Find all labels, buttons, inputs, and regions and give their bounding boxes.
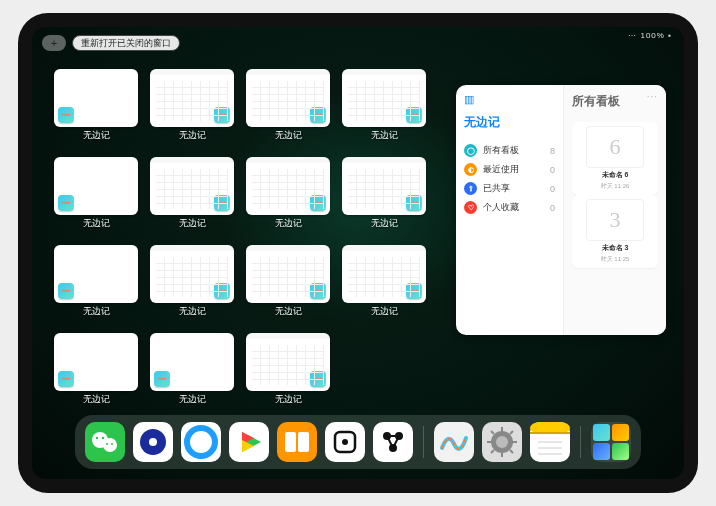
freeform-icon: 〰 <box>310 283 326 299</box>
app-switcher-card[interactable]: 〰无边记 <box>246 157 330 231</box>
sidebar-item[interactable]: ◐最近使用0 <box>464 160 555 179</box>
dock-settings[interactable] <box>482 422 522 462</box>
app-switcher-card[interactable]: 〰无边记 <box>150 245 234 319</box>
app-switcher-card[interactable]: 〰无边记 <box>54 69 138 143</box>
board-name: 未命名 3 <box>602 243 629 253</box>
top-controls: + 重新打开已关闭的窗口 <box>42 35 180 51</box>
screen: ⋯ 100% ▪ + 重新打开已关闭的窗口 〰无边记〰无边记〰无边记〰无边记〰无… <box>32 27 684 479</box>
blue-icon: ⇧ <box>464 182 477 195</box>
dock-books[interactable] <box>277 422 317 462</box>
app-card-label: 无边记 <box>371 217 398 230</box>
svg-point-29 <box>496 436 508 448</box>
dock-separator <box>423 426 424 458</box>
dock-separator-2 <box>580 426 581 458</box>
freeform-board-list: 所有看板 6未命名 6昨天 11:263未命名 3昨天 11:25 <box>564 85 666 335</box>
sidebar-item-label: 最近使用 <box>483 163 519 176</box>
board-card[interactable]: 6未命名 6昨天 11:26 <box>572 122 658 195</box>
status-bar-right: ⋯ 100% ▪ <box>628 31 672 40</box>
freeform-icon: 〰 <box>214 107 230 123</box>
app-thumbnail: 〰 <box>246 245 330 303</box>
app-switcher-card[interactable]: 〰无边记 <box>54 333 138 407</box>
board-thumbnail: 3 <box>586 199 644 241</box>
app-card-label: 无边记 <box>275 305 302 318</box>
svg-rect-22 <box>373 422 413 462</box>
board-list-title: 所有看板 <box>572 93 658 110</box>
app-switcher-card[interactable]: 〰无边记 <box>246 69 330 143</box>
svg-rect-18 <box>298 432 309 452</box>
dock-notes[interactable] <box>530 422 570 462</box>
app-thumbnail: 〰 <box>246 333 330 391</box>
app-switcher-card[interactable]: 〰无边记 <box>54 157 138 231</box>
svg-point-21 <box>342 439 348 445</box>
sidebar-item[interactable]: ◯所有看板8 <box>464 141 555 160</box>
freeform-icon: 〰 <box>58 195 74 211</box>
app-thumbnail: 〰 <box>150 245 234 303</box>
dock <box>75 415 641 469</box>
app-switcher-card[interactable]: 〰无边记 <box>246 245 330 319</box>
app-card-label: 无边记 <box>83 129 110 142</box>
dock-freeform[interactable] <box>434 422 474 462</box>
freeform-icon: 〰 <box>406 283 422 299</box>
new-window-button[interactable]: + <box>42 35 66 51</box>
freeform-panel[interactable]: ··· ▥ 无边记 ◯所有看板8◐最近使用0⇧已共享0♡个人收藏0 所有看板 6… <box>456 85 666 335</box>
sidebar-item[interactable]: ♡个人收藏0 <box>464 198 555 217</box>
app-switcher-card[interactable]: 〰无边记 <box>150 333 234 407</box>
sidebar-item-count: 8 <box>550 146 555 156</box>
board-date: 昨天 11:26 <box>601 182 630 191</box>
freeform-icon: 〰 <box>406 107 422 123</box>
freeform-icon: 〰 <box>58 283 74 299</box>
sidebar-item-count: 0 <box>550 203 555 213</box>
app-card-label: 无边记 <box>83 305 110 318</box>
app-card-label: 无边记 <box>275 393 302 406</box>
app-thumbnail: 〰 <box>150 69 234 127</box>
svg-rect-40 <box>530 432 570 434</box>
app-card-label: 无边记 <box>371 129 398 142</box>
app-card-label: 无边记 <box>179 393 206 406</box>
freeform-icon: 〰 <box>58 371 74 387</box>
red-icon: ♡ <box>464 201 477 214</box>
dock-connect[interactable] <box>373 422 413 462</box>
svg-point-9 <box>149 438 157 446</box>
more-icon[interactable]: ··· <box>647 91 658 102</box>
svg-point-5 <box>106 443 108 445</box>
app-thumbnail: 〰 <box>246 157 330 215</box>
freeform-icon: 〰 <box>214 195 230 211</box>
app-thumbnail: 〰 <box>342 245 426 303</box>
app-card-label: 无边记 <box>179 217 206 230</box>
app-switcher-card[interactable]: 〰无边记 <box>54 245 138 319</box>
app-switcher-card[interactable]: 〰无边记 <box>342 245 426 319</box>
dock-recent-apps[interactable] <box>591 422 631 462</box>
sidebar-toggle-icon[interactable]: ▥ <box>464 93 555 106</box>
sidebar-title: 无边记 <box>464 114 555 131</box>
teal-icon: ◯ <box>464 144 477 157</box>
svg-point-4 <box>102 437 104 439</box>
app-card-label: 无边记 <box>275 217 302 230</box>
sidebar-item-label: 个人收藏 <box>483 201 519 214</box>
app-card-label: 无边记 <box>83 217 110 230</box>
app-card-label: 无边记 <box>179 129 206 142</box>
ipad-frame: ⋯ 100% ▪ + 重新打开已关闭的窗口 〰无边记〰无边记〰无边记〰无边记〰无… <box>18 13 698 493</box>
app-switcher-card[interactable]: 〰无边记 <box>150 157 234 231</box>
reopen-closed-window-button[interactable]: 重新打开已关闭的窗口 <box>72 35 180 51</box>
app-switcher-card[interactable]: 〰无边记 <box>150 69 234 143</box>
app-switcher-card[interactable]: 〰无边记 <box>246 333 330 407</box>
app-thumbnail: 〰 <box>342 69 426 127</box>
app-thumbnail: 〰 <box>54 69 138 127</box>
freeform-icon: 〰 <box>406 195 422 211</box>
svg-point-3 <box>96 437 98 439</box>
dock-dice[interactable] <box>325 422 365 462</box>
app-thumbnail: 〰 <box>150 333 234 391</box>
board-card[interactable]: 3未命名 3昨天 11:25 <box>572 195 658 268</box>
app-switcher-card[interactable]: 〰无边记 <box>342 69 426 143</box>
app-card-label: 无边记 <box>275 129 302 142</box>
sidebar-item-label: 所有看板 <box>483 144 519 157</box>
orange-icon: ◐ <box>464 163 477 176</box>
dock-qq-browser[interactable] <box>181 422 221 462</box>
dock-play[interactable] <box>229 422 269 462</box>
app-switcher-card[interactable]: 〰无边记 <box>342 157 426 231</box>
dock-wechat[interactable] <box>85 422 125 462</box>
dock-qq[interactable] <box>133 422 173 462</box>
sidebar-item[interactable]: ⇧已共享0 <box>464 179 555 198</box>
app-switcher-grid: 〰无边记〰无边记〰无边记〰无边记〰无边记〰无边记〰无边记〰无边记〰无边记〰无边记… <box>54 69 426 407</box>
app-thumbnail: 〰 <box>54 245 138 303</box>
